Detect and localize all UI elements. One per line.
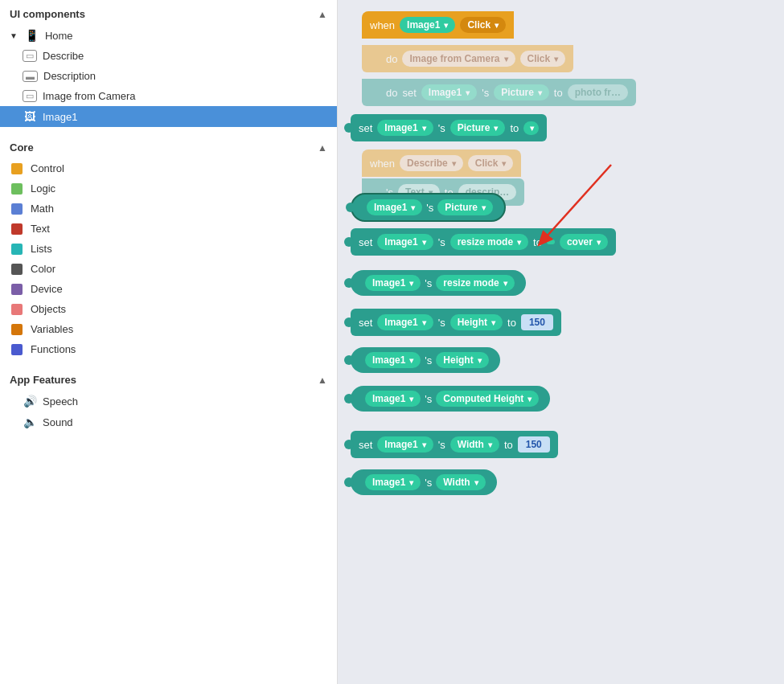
device-color-dot [11, 284, 23, 295]
sidebar-item-text[interactable]: Text [0, 219, 337, 239]
do-label-2: do [386, 87, 397, 99]
image1-chip-getter-h[interactable]: Image1 [365, 352, 421, 368]
getter-resize-mode-block[interactable]: Image1 's resize mode [351, 270, 526, 296]
image1-chip-getter-ch[interactable]: Image1 [365, 391, 421, 407]
do-image-camera-block[interactable]: do Image from Camera Click [362, 45, 573, 72]
sidebar-item-image1-label: Image1 [43, 111, 77, 123]
when-describe-block[interactable]: when Describe Click [362, 149, 521, 177]
image1-chip-when[interactable]: Image1 [400, 17, 455, 33]
sidebar-item-control[interactable]: Control [0, 158, 337, 178]
core-chevron[interactable]: ▲ [318, 142, 327, 154]
sidebar-item-variables-label: Variables [31, 323, 73, 335]
click-chip-when[interactable]: Click [460, 17, 506, 33]
core-label: Core [10, 141, 34, 154]
click-chip-describe[interactable]: Click [468, 155, 514, 171]
picture-chip-2[interactable]: Picture [450, 120, 506, 136]
sidebar-item-home[interactable]: ▼ 📱 Home [0, 25, 337, 46]
sidebar-item-control-label: Control [31, 162, 64, 174]
sidebar-item-color-label: Color [31, 263, 55, 275]
s-label-4: 's [438, 236, 445, 248]
computed-height-chip[interactable]: Computed Height [436, 391, 539, 407]
sidebar-item-image-from-camera[interactable]: ▭ Image from Camera [0, 86, 337, 106]
description-icon: ▬ [23, 71, 38, 82]
set-width-block[interactable]: set Image1 's Width to 150 [351, 431, 558, 458]
sidebar-item-functions[interactable]: Functions [0, 339, 337, 359]
getter-computed-height-block[interactable]: Image1 's Computed Height [351, 386, 550, 412]
sidebar-item-image1[interactable]: 🖼 Image1 [0, 106, 337, 127]
cover-chip[interactable]: cover [560, 234, 608, 250]
width-chip[interactable]: Width [450, 436, 499, 453]
set-label-5: set [359, 439, 372, 451]
ui-components-chevron[interactable]: ▲ [318, 9, 327, 20]
s-label-2: 's [438, 122, 445, 134]
when-click-block[interactable]: when Image1 Click [362, 11, 514, 39]
sidebar-item-lists-label: Lists [31, 243, 52, 255]
functions-color-dot [11, 344, 23, 355]
describe-chip[interactable]: Describe [400, 155, 463, 171]
image1-chip-getter[interactable]: Image1 [367, 199, 422, 215]
expand-arrow-icon: ▼ [10, 31, 18, 40]
height-value-chip: 150 [521, 314, 553, 330]
getter-height-block[interactable]: Image1 's Height [351, 347, 500, 373]
canvas-content: when Image1 Click do Image from Camera C… [338, 0, 784, 684]
set-picture-row[interactable]: set Image1 's Picture to [351, 114, 547, 141]
sidebar-item-functions-label: Functions [31, 343, 76, 355]
sidebar-item-device-label: Device [31, 283, 63, 295]
picture-value-dropdown[interactable] [523, 121, 539, 135]
image1-chip-getter-w[interactable]: Image1 [365, 474, 421, 490]
click-chip-do[interactable]: Click [520, 51, 566, 67]
s-label-9: 's [438, 439, 445, 451]
set-label-3: set [359, 236, 372, 248]
resize-mode-chip-getter[interactable]: resize mode [436, 275, 514, 291]
when-label: when [370, 19, 395, 31]
s-label-1: 's [482, 87, 489, 99]
image1-icon: 🖼 [23, 110, 37, 123]
objects-color-dot [11, 304, 23, 315]
sidebar-item-speech[interactable]: 🔊 Speech [0, 391, 337, 412]
picture-chip-1[interactable]: Picture [494, 84, 549, 100]
lists-color-dot [11, 244, 23, 255]
getter-picture-block[interactable]: Image1 's Picture [351, 193, 506, 222]
sidebar-item-describe-label: Describe [43, 50, 84, 62]
ui-components-section: UI components ▲ [0, 0, 337, 25]
sidebar-item-device[interactable]: Device [0, 279, 337, 299]
getter-width-block[interactable]: Image1 's Width [351, 469, 497, 495]
image1-chip-set-pic[interactable]: Image1 [421, 84, 477, 100]
app-features-chevron[interactable]: ▲ [318, 375, 327, 386]
sidebar-item-math[interactable]: Math [0, 199, 337, 219]
image1-chip-getter-resize[interactable]: Image1 [365, 275, 421, 291]
resize-mode-chip[interactable]: resize mode [450, 234, 528, 250]
width-chip-getter[interactable]: Width [436, 474, 485, 490]
home-icon: 📱 [25, 29, 39, 42]
height-chip-getter[interactable]: Height [436, 352, 488, 368]
do-label-1: do [386, 53, 397, 65]
sidebar-item-color[interactable]: Color [0, 259, 337, 279]
do-set-picture-block[interactable]: do set Image1 's Picture to photo fr… [362, 79, 636, 106]
image1-chip-width[interactable]: Image1 [377, 436, 433, 453]
set-height-block[interactable]: set Image1 's Height to 150 [351, 309, 561, 336]
height-chip[interactable]: Height [450, 314, 503, 330]
s-label-10: 's [425, 477, 432, 489]
control-color-dot [11, 163, 23, 174]
set-resize-mode-block[interactable]: set Image1 's resize mode to cover [351, 228, 616, 256]
sidebar-item-logic[interactable]: Logic [0, 178, 337, 199]
logic-color-dot [11, 183, 23, 195]
picture-chip-getter[interactable]: Picture [437, 199, 493, 215]
image1-chip-set2[interactable]: Image1 [377, 120, 433, 136]
sidebar-item-variables[interactable]: Variables [0, 319, 337, 339]
sidebar-item-objects[interactable]: Objects [0, 299, 337, 319]
sidebar-item-description[interactable]: ▬ Description [0, 66, 337, 86]
image1-chip-height[interactable]: Image1 [377, 314, 433, 330]
sidebar-item-camera-label: Image from Camera [43, 90, 136, 102]
to-label-1: to [554, 87, 563, 99]
image1-chip-resize[interactable]: Image1 [377, 234, 433, 250]
sidebar: UI components ▲ ▼ 📱 Home ▭ Describe ▬ De… [0, 0, 338, 684]
sidebar-item-lists[interactable]: Lists [0, 239, 337, 259]
sidebar-item-describe[interactable]: ▭ Describe [0, 46, 337, 66]
image-from-camera-chip[interactable]: Image from Camera [402, 51, 515, 67]
app-features-label: App Features [10, 374, 76, 386]
sidebar-item-text-label: Text [31, 223, 50, 235]
sidebar-item-home-label: Home [45, 30, 73, 42]
sidebar-item-sound[interactable]: 🔈 Sound [0, 412, 337, 432]
to-label-5: to [507, 317, 516, 329]
